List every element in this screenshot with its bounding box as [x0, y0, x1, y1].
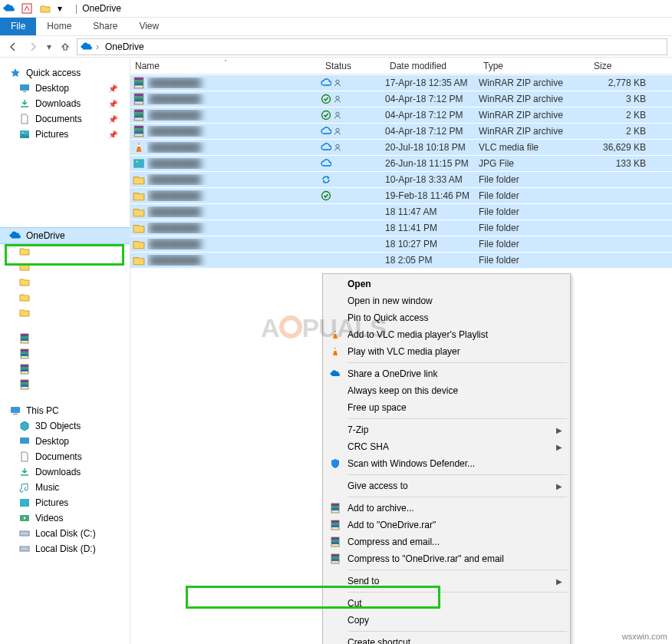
breadcrumb-arrow-icon[interactable]: › — [96, 41, 99, 52]
svg-rect-22 — [13, 414, 18, 414]
sidebar-videos[interactable]: Videos — [0, 510, 130, 526]
sidebar-item-pictures[interactable]: Pictures 📌 — [0, 127, 130, 142]
sidebar-documents-pc[interactable]: Documents — [0, 449, 130, 464]
sidebar-local-disk-c[interactable]: Local Disk (C:) — [0, 526, 130, 541]
column-type[interactable]: Type — [479, 61, 589, 71]
svg-rect-70 — [331, 554, 339, 556]
ctx-compress-email[interactable]: Compress and email... — [324, 533, 568, 550]
ctx-add-vlc-playlist[interactable]: Add to VLC media player's Playlist — [324, 326, 568, 343]
ribbon-tab-file[interactable]: File — [0, 18, 36, 35]
qat-properties-button[interactable] — [18, 1, 35, 16]
file-date: 18 2:05 PM — [385, 255, 479, 266]
sidebar-subfolder[interactable] — [0, 305, 130, 320]
sidebar-item-desktop[interactable]: Desktop 📌 — [0, 81, 130, 96]
svg-rect-8 — [21, 339, 28, 341]
qat-newfolder-button[interactable] — [37, 1, 54, 16]
sidebar-pictures-pc[interactable]: Pictures — [0, 495, 130, 510]
file-row[interactable]: ████████17-Apr-18 12:35 AMWinRAR ZIP arc… — [130, 74, 672, 91]
svg-rect-71 — [331, 556, 339, 559]
ribbon-tab-share[interactable]: Share — [82, 18, 128, 35]
sidebar-rar-item[interactable] — [0, 331, 130, 346]
file-row[interactable]: ████████19-Feb-18 11:46 PMFile folder — [130, 187, 672, 203]
sidebar-downloads-pc[interactable]: Downloads — [0, 464, 130, 480]
sidebar-item-documents[interactable]: Documents 📌 — [0, 111, 130, 127]
file-row[interactable]: ████████18 11:47 AMFile folder — [130, 203, 672, 220]
file-row[interactable]: ████████04-Apr-18 7:12 PMWinRAR ZIP arch… — [130, 107, 672, 123]
svg-rect-46 — [134, 126, 143, 128]
sidebar-desktop-pc[interactable]: Desktop — [0, 434, 130, 449]
ctx-play-vlc[interactable]: Play with VLC media player — [324, 343, 568, 360]
ctx-compress-to-email[interactable]: Compress to "OneDrive.rar" and email — [324, 550, 568, 567]
file-row[interactable]: ████████04-Apr-18 7:12 PMWinRAR ZIP arch… — [130, 91, 672, 107]
ctx-copy[interactable]: Copy — [324, 612, 568, 629]
qat-dropdown-icon[interactable]: ▾ — [55, 1, 64, 16]
svg-rect-68 — [331, 542, 339, 544]
sidebar-this-pc[interactable]: This PC — [0, 403, 130, 418]
file-name: ████████ — [147, 255, 321, 266]
file-row[interactable]: ████████10-Apr-18 3:33 AMFile folder — [130, 171, 672, 187]
file-row[interactable]: ████████18 2:05 PMFile folder — [130, 252, 672, 268]
ctx-create-shortcut[interactable]: Create shortcut — [324, 634, 568, 644]
ctx-label: Compress to "OneDrive.rar" and email — [348, 553, 504, 564]
svg-rect-59 — [331, 506, 339, 508]
file-name: ████████ — [147, 142, 321, 153]
column-name[interactable]: Name˅ — [130, 61, 321, 71]
ctx-add-archive[interactable]: Add to archive... — [324, 500, 568, 517]
file-row[interactable]: ████████04-Apr-18 7:12 PMWinRAR ZIP arch… — [130, 123, 672, 139]
file-row[interactable]: ████████26-Jun-18 11:15 PMJPG File133 KB — [130, 155, 672, 171]
ctx-crc-sha[interactable]: CRC SHA▶ — [324, 438, 568, 455]
column-status[interactable]: Status — [321, 61, 385, 71]
sidebar-label: Downloads — [35, 467, 81, 477]
file-status — [321, 174, 385, 185]
column-date-modified[interactable]: Date modified — [385, 61, 479, 71]
ribbon-tab-view[interactable]: View — [128, 18, 170, 35]
sidebar-rar-item[interactable] — [0, 377, 130, 392]
svg-point-44 — [336, 112, 339, 115]
ctx-label: CRC SHA — [348, 441, 389, 452]
sidebar-label: Downloads — [35, 98, 81, 109]
file-name: ████████ — [147, 110, 321, 121]
ctx-windows-defender[interactable]: Scan with Windows Defender... — [324, 455, 568, 472]
svg-rect-36 — [134, 99, 143, 101]
sidebar-subfolder[interactable] — [0, 289, 130, 305]
sidebar-rar-item[interactable] — [0, 362, 130, 377]
sidebar-music[interactable]: Music — [0, 480, 130, 495]
svg-rect-12 — [21, 354, 28, 356]
ctx-7zip[interactable]: 7-Zip▶ — [324, 421, 568, 438]
file-row[interactable]: ████████18 11:41 PMFile folder — [130, 220, 672, 236]
rar-icon — [18, 332, 31, 345]
ctx-separator — [348, 497, 567, 497]
nav-up-button[interactable] — [57, 38, 74, 55]
ctx-share-onedrive[interactable]: Share a OneDrive link — [324, 365, 568, 382]
window-title: OneDrive — [82, 3, 121, 14]
sidebar-local-disk-d[interactable]: Local Disk (D:) — [0, 541, 130, 556]
sidebar-item-onedrive[interactable]: OneDrive — [0, 228, 130, 243]
breadcrumb-item[interactable]: OneDrive — [102, 41, 147, 52]
sidebar-subfolder[interactable] — [0, 274, 130, 289]
svg-rect-16 — [21, 369, 28, 372]
nav-back-button[interactable] — [5, 38, 21, 55]
documents-icon — [18, 451, 31, 463]
address-bar[interactable]: › OneDrive — [77, 38, 667, 55]
ribbon-tab-home[interactable]: Home — [36, 18, 82, 35]
ctx-pin-quick-access[interactable]: Pin to Quick access — [324, 309, 568, 326]
file-row[interactable]: ████████20-Jul-18 10:18 PMVLC media file… — [130, 139, 672, 155]
file-type: File folder — [479, 174, 589, 185]
sidebar-quick-access[interactable]: Quick access — [0, 65, 130, 81]
ctx-label: Add to archive... — [348, 503, 414, 514]
sidebar-item-downloads[interactable]: Downloads 📌 — [0, 96, 130, 111]
ctx-give-access[interactable]: Give access to▶ — [324, 477, 568, 494]
ctx-open[interactable]: Open — [324, 276, 568, 292]
file-size: 2,778 KB — [589, 78, 658, 88]
ctx-add-to-rar[interactable]: Add to "OneDrive.rar" — [324, 517, 568, 533]
file-icon — [130, 238, 147, 250]
ctx-free-up-space[interactable]: Free up space — [324, 399, 568, 416]
column-size[interactable]: Size — [589, 61, 658, 71]
nav-history-dropdown[interactable]: ▾ — [44, 38, 54, 55]
sidebar-rar-item[interactable] — [0, 346, 130, 362]
ctx-open-new-window[interactable]: Open in new window — [324, 292, 568, 309]
file-row[interactable]: ████████18 10:27 PMFile folder — [130, 236, 672, 252]
sidebar-3d-objects[interactable]: 3D Objects — [0, 418, 130, 434]
ctx-always-keep[interactable]: Always keep on this device — [324, 382, 568, 399]
nav-forward-button[interactable] — [25, 38, 41, 55]
